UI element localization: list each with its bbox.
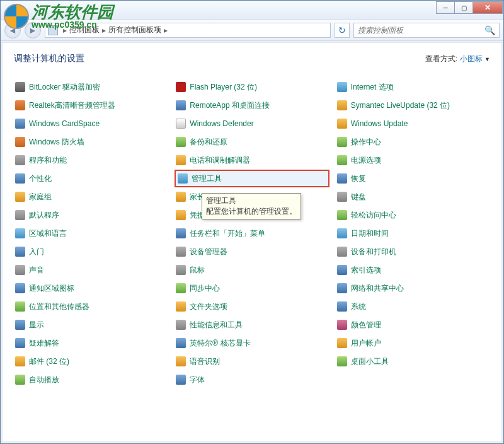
back-button[interactable]: ◄ xyxy=(4,22,21,38)
control-panel-item[interactable]: 日期和时间 xyxy=(336,227,490,240)
item-icon xyxy=(337,100,347,110)
control-panel-item[interactable]: Windows CardSpace xyxy=(14,117,168,130)
item-icon xyxy=(337,228,347,238)
search-input[interactable] xyxy=(358,26,484,35)
control-panel-item[interactable]: 电源选项 xyxy=(336,154,490,166)
control-panel-item[interactable]: 区域和语言 xyxy=(14,227,168,240)
item-label: 轻松访问中心 xyxy=(351,210,396,221)
control-panel-item[interactable]: 桌面小工具 xyxy=(336,355,490,368)
control-panel-item[interactable]: 邮件 (32 位) xyxy=(14,355,168,368)
forward-button[interactable]: ► xyxy=(25,22,41,38)
refresh-button[interactable]: ↻ xyxy=(335,23,350,38)
tooltip-description: 配置您计算机的管理设置。 xyxy=(206,206,297,217)
item-icon xyxy=(337,173,347,184)
content-area: 调整计算机的设置 查看方式: 小图标 ▼ BitLocker 驱动器加密Flas… xyxy=(2,42,502,442)
view-mode-value[interactable]: 小图标 xyxy=(460,54,483,63)
item-label: 任务栏和「开始」菜单 xyxy=(190,228,265,239)
close-button[interactable]: ✕ xyxy=(472,1,503,14)
item-label: 家庭组 xyxy=(29,192,52,202)
control-panel-item[interactable]: BitLocker 驱动器加密 xyxy=(14,81,168,93)
breadcrumb[interactable]: ▸ 控制面板 ▸ 所有控制面板项 ▸ xyxy=(45,23,331,38)
control-panel-item[interactable]: 任务栏和「开始」菜单 xyxy=(175,227,329,240)
control-panel-item[interactable]: 通知区域图标 xyxy=(14,282,168,295)
control-panel-item[interactable]: 轻松访问中心 xyxy=(336,209,490,221)
view-mode-selector[interactable]: 查看方式: 小图标 ▼ xyxy=(425,54,490,64)
item-label: 电源选项 xyxy=(351,155,381,166)
breadcrumb-separator-icon: ▸ xyxy=(60,26,69,35)
item-icon xyxy=(15,228,25,238)
control-panel-item[interactable]: 键盘 xyxy=(336,190,490,203)
item-label: 同步中心 xyxy=(190,283,220,294)
control-panel-item[interactable]: 英特尔® 核芯显卡 xyxy=(175,337,329,349)
control-panel-item[interactable]: 鼠标 xyxy=(175,264,329,276)
control-panel-item[interactable]: 默认程序 xyxy=(14,209,168,221)
control-panel-item[interactable]: Windows 防火墙 xyxy=(14,136,168,148)
control-panel-item[interactable]: 管理工具 xyxy=(175,170,329,187)
control-panel-item[interactable]: 字体 xyxy=(175,373,329,386)
item-label: Windows 防火墙 xyxy=(29,137,84,148)
control-panel-item[interactable]: 电话和调制解调器 xyxy=(175,154,329,166)
item-label: 声音 xyxy=(29,265,44,276)
control-panel-item[interactable]: 设备和打印机 xyxy=(336,245,490,258)
control-panel-item[interactable]: 语音识别 xyxy=(175,355,329,368)
control-panel-item[interactable]: 疑难解答 xyxy=(14,337,168,349)
control-panel-item[interactable]: 颜色管理 xyxy=(336,318,490,331)
breadcrumb-separator-icon: ▸ xyxy=(161,26,170,35)
control-panel-item[interactable]: Flash Player (32 位) xyxy=(175,81,329,93)
item-label: 设备和打印机 xyxy=(351,247,396,257)
item-icon xyxy=(337,283,347,293)
control-panel-item[interactable]: 备份和还原 xyxy=(175,136,329,148)
maximize-button[interactable]: ▢ xyxy=(454,1,473,14)
control-panel-item[interactable]: Windows Defender xyxy=(175,117,329,130)
item-icon xyxy=(176,375,186,385)
control-panel-item[interactable]: 性能信息和工具 xyxy=(175,318,329,331)
control-panel-item[interactable]: 用户帐户 xyxy=(336,337,490,349)
control-panel-item[interactable]: 入门 xyxy=(14,245,168,258)
control-panel-item[interactable]: 显示 xyxy=(14,318,168,331)
control-panel-item[interactable]: 个性化 xyxy=(14,172,168,185)
control-panel-item[interactable]: Realtek高清晰音频管理器 xyxy=(14,99,168,112)
item-icon xyxy=(15,192,25,202)
control-panel-item[interactable]: 索引选项 xyxy=(336,264,490,276)
control-panel-item[interactable]: 同步中心 xyxy=(175,282,329,295)
control-panel-item[interactable]: 系统 xyxy=(336,300,490,313)
chevron-down-icon[interactable]: ▼ xyxy=(484,56,490,62)
item-label: 管理工具 xyxy=(192,173,222,184)
item-label: Flash Player (32 位) xyxy=(190,82,257,93)
control-panel-item[interactable]: 文件夹选项 xyxy=(175,300,329,313)
item-icon xyxy=(337,247,347,257)
item-icon xyxy=(15,265,25,275)
items-grid: BitLocker 驱动器加密Flash Player (32 位)Intern… xyxy=(14,81,490,386)
control-panel-item[interactable]: 位置和其他传感器 xyxy=(14,300,168,313)
control-panel-item[interactable]: Symantec LiveUpdate (32 位) xyxy=(336,99,490,112)
item-icon xyxy=(15,356,25,366)
item-label: 操作中心 xyxy=(351,137,381,148)
control-panel-item[interactable]: 自动播放 xyxy=(14,373,168,386)
breadcrumb-root[interactable]: 控制面板 xyxy=(69,25,100,35)
minimize-button[interactable]: ─ xyxy=(436,1,455,14)
control-panel-item[interactable]: RemoteApp 和桌面连接 xyxy=(175,99,329,112)
item-label: Internet 选项 xyxy=(351,82,394,93)
search-box[interactable]: 🔍 xyxy=(353,23,500,38)
control-panel-item[interactable]: Internet 选项 xyxy=(336,81,490,93)
navigation-bar: ◄ ► ▸ 控制面板 ▸ 所有控制面板项 ▸ ↻ 🔍 xyxy=(1,20,503,41)
breadcrumb-current[interactable]: 所有控制面板项 xyxy=(108,25,161,35)
control-panel-item[interactable]: 设备管理器 xyxy=(175,245,329,258)
control-panel-item[interactable]: Windows Update xyxy=(336,117,490,130)
item-icon xyxy=(15,137,25,147)
control-panel-item[interactable]: 程序和功能 xyxy=(14,154,168,166)
item-icon xyxy=(176,247,186,257)
item-icon xyxy=(176,210,186,220)
control-panel-item[interactable]: 家庭组 xyxy=(14,190,168,203)
item-icon xyxy=(176,155,186,165)
control-panel-item[interactable]: 操作中心 xyxy=(336,136,490,148)
control-panel-item[interactable]: 恢复 xyxy=(336,172,490,185)
item-icon xyxy=(337,119,347,129)
search-icon[interactable]: 🔍 xyxy=(484,25,495,35)
view-mode-label: 查看方式: xyxy=(425,54,457,63)
control-panel-item[interactable]: 声音 xyxy=(14,264,168,276)
window-titlebar[interactable]: ─ ▢ ✕ xyxy=(1,1,503,20)
item-label: 设备管理器 xyxy=(190,247,227,257)
item-label: 桌面小工具 xyxy=(351,356,389,367)
control-panel-item[interactable]: 网络和共享中心 xyxy=(336,282,490,295)
